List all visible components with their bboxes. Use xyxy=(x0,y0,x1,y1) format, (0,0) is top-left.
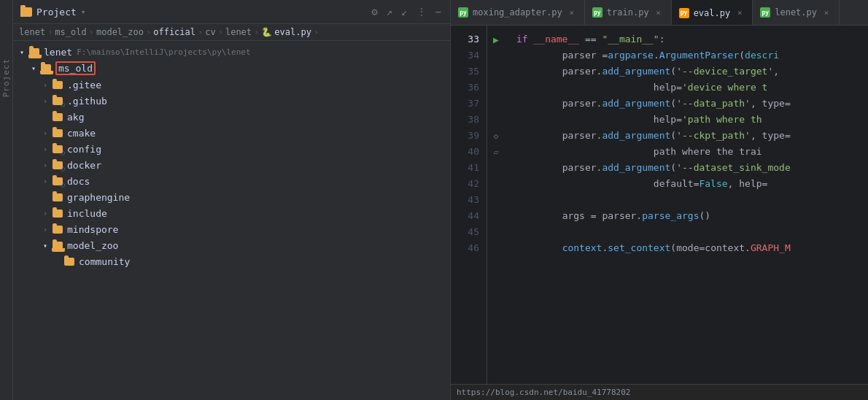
project-dropdown-arrow[interactable]: ▾ xyxy=(81,7,86,17)
ln-36: 36 xyxy=(451,80,487,96)
ln-46: 46 xyxy=(451,240,487,256)
ln-37: 37 xyxy=(451,96,487,112)
ln-43: 43 xyxy=(451,192,487,208)
tree-item-community[interactable]: community xyxy=(13,253,450,269)
tree-item-akg[interactable]: akg xyxy=(13,109,450,125)
breadcrumb-official[interactable]: official xyxy=(153,27,195,37)
cmake-name: cmake xyxy=(67,128,96,139)
github-name: .github xyxy=(67,96,107,107)
header-icons: ⚙ ↗ ↙ ⋮ − xyxy=(370,4,443,19)
breadcrumb-model_zoo[interactable]: model_zoo xyxy=(96,27,144,37)
breadcrumb-lenet2[interactable]: lenet xyxy=(225,27,252,37)
folder-icon-akg xyxy=(51,110,64,123)
tree-item-lenet-root[interactable]: ▾ lenet F:\mainso\IntelliJ\projects\py\l… xyxy=(13,44,450,60)
tab-eval[interactable]: py eval.py × xyxy=(672,0,753,26)
breadcrumb-lenet[interactable]: lenet xyxy=(19,27,45,37)
code-line-41: parser. add_argument ( '--dataset_sink_m… xyxy=(516,160,868,176)
gutter-34 xyxy=(487,47,505,64)
code-content[interactable]: if __name__ == "__main__" : parser = arg… xyxy=(505,26,868,384)
chevron-ms_old: ▾ xyxy=(28,63,39,74)
project-sidebar-tab[interactable]: Project xyxy=(0,0,13,400)
folder-icon-graphengine xyxy=(51,191,64,204)
tab-close-moxing[interactable]: × xyxy=(567,7,577,18)
breadcrumb-ms_old[interactable]: ms_old xyxy=(55,27,86,37)
folder-icon-github: ⬡ xyxy=(51,94,64,107)
tree-item-include[interactable]: › include xyxy=(13,205,450,221)
gutter-35 xyxy=(487,64,505,80)
py-icon-lenet: py xyxy=(760,7,770,18)
code-line-39: parser. add_argument ( '--ckpt_path' , t… xyxy=(516,128,868,144)
line-numbers: 33 34 35 36 37 38 39 40 41 42 43 44 45 4… xyxy=(451,26,487,384)
ln-35: 35 xyxy=(451,64,487,80)
gutter-36 xyxy=(487,80,505,96)
tree-item-model_zoo[interactable]: ▾ model_zoo xyxy=(13,237,450,253)
code-line-40: path where the trai xyxy=(516,144,868,160)
folder-icon-include xyxy=(51,207,64,220)
tab-label-lenet: lenet.py xyxy=(775,7,817,18)
gutter-37 xyxy=(487,96,505,112)
tab-lenet[interactable]: py lenet.py × xyxy=(753,0,840,26)
gutter-square-40: ▱ xyxy=(494,147,499,157)
breadcrumb-eval[interactable]: eval.py xyxy=(274,27,311,37)
collapse-icon[interactable]: ↙ xyxy=(400,4,408,19)
gutter-diamond-39: ◇ xyxy=(494,131,499,141)
breadcrumb: lenet › ms_old › model_zoo › official › … xyxy=(13,24,450,41)
gutter: ▶ ◇ ▱ xyxy=(487,26,505,384)
tab-moxing_adapter[interactable]: py moxing_adapter.py × xyxy=(451,0,585,26)
code-line-38: help= 'path where th xyxy=(516,112,868,128)
tree-item-mindspore[interactable]: › mindspore xyxy=(13,221,450,237)
chevron-include: › xyxy=(39,207,51,219)
code-line-46: context . set_context ( mode=context. GR… xyxy=(516,240,868,256)
docs-name: docs xyxy=(67,176,90,187)
gutter-42 xyxy=(487,176,505,192)
tree-item-github[interactable]: › ⬡ .github xyxy=(13,93,450,109)
chevron-config: › xyxy=(39,143,51,155)
url-text: https://blog.csdn.net/baidu_41778202 xyxy=(457,388,630,397)
tree-item-config[interactable]: › ⬡ config xyxy=(13,141,450,157)
gutter-45 xyxy=(487,224,505,240)
folder-icon-mindspore xyxy=(51,223,64,236)
gitee-name: .gitee xyxy=(67,80,101,91)
tree-item-docs[interactable]: › ⬡ docs xyxy=(13,173,450,189)
ln-41: 41 xyxy=(451,160,487,176)
folder-icon-docs: ⬡ xyxy=(51,174,64,188)
gutter-44 xyxy=(487,208,505,224)
tree-item-graphengine[interactable]: graphengine xyxy=(13,189,450,205)
folder-icon-gitee xyxy=(51,78,64,91)
lenet-root-name: lenet xyxy=(44,47,72,58)
tree-item-gitee[interactable]: › .gitee xyxy=(13,77,450,93)
code-line-35: parser. add_argument ( '--device_target'… xyxy=(516,64,868,80)
more-icon[interactable]: ⋮ xyxy=(415,4,428,19)
ln-38: 38 xyxy=(451,112,487,128)
code-line-45 xyxy=(516,224,868,240)
code-line-43 xyxy=(516,192,868,208)
ln-45: 45 xyxy=(451,224,487,240)
tab-label-moxing: moxing_adapter.py xyxy=(473,7,562,18)
ms_old-name: ms_old xyxy=(55,61,96,75)
settings-icon[interactable]: ⚙ xyxy=(370,4,379,19)
expand-icon[interactable]: ↗ xyxy=(385,4,394,19)
tab-close-train[interactable]: × xyxy=(654,7,664,18)
gutter-46 xyxy=(487,240,505,256)
folder-icon-lenet xyxy=(28,45,41,58)
minimize-icon[interactable]: − xyxy=(434,4,443,19)
tab-label-train: train.py xyxy=(607,7,649,18)
tab-close-eval[interactable]: × xyxy=(735,8,745,18)
tree-item-cmake[interactable]: › cmake xyxy=(13,125,450,141)
project-folder-icon xyxy=(20,7,32,17)
file-tree-panel: Project ▾ ⚙ ↗ ↙ ⋮ − lenet › ms_old › mod… xyxy=(13,0,451,400)
chevron-gitee: › xyxy=(39,79,51,91)
tree-item-docker[interactable]: › ⬡ docker xyxy=(13,157,450,173)
tree-item-ms_old[interactable]: ▾ ms_old xyxy=(13,60,450,77)
ln-33: 33 xyxy=(451,31,487,47)
code-line-33: if __name__ == "__main__" : xyxy=(516,31,868,47)
tab-label-eval: eval.py xyxy=(694,8,731,18)
gutter-33: ▶ xyxy=(487,31,505,47)
tab-bar: py moxing_adapter.py × py train.py × py … xyxy=(451,0,868,26)
gutter-43 xyxy=(487,192,505,208)
tab-train[interactable]: py train.py × xyxy=(585,0,672,26)
run-button-33[interactable]: ▶ xyxy=(493,34,499,45)
breadcrumb-cv[interactable]: cv xyxy=(205,27,215,37)
folder-icon-model_zoo xyxy=(51,239,64,252)
tab-close-lenet[interactable]: × xyxy=(821,7,832,18)
